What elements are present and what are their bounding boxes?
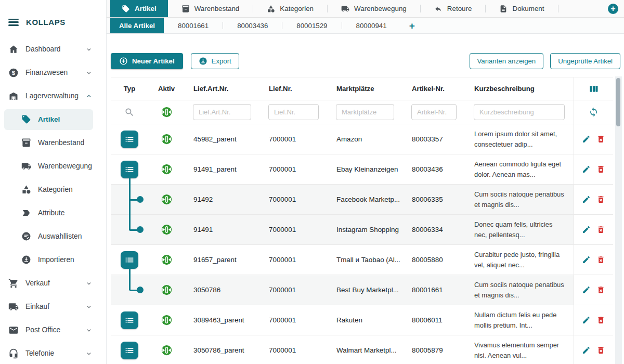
tab-warenbewegung[interactable]: Warenbewegung xyxy=(328,0,420,17)
unchecked-articles-button[interactable]: Ungeprüfte Artikel xyxy=(550,53,620,69)
filter-lief-art-nr-input[interactable] xyxy=(193,104,251,120)
add-circle-icon xyxy=(119,57,128,66)
chevron-up-icon xyxy=(85,93,93,100)
chevron-down-icon xyxy=(85,327,93,334)
edit-icon[interactable] xyxy=(582,316,591,324)
col-aktiv: Aktiv xyxy=(148,77,185,100)
truck-icon xyxy=(21,161,31,171)
active-filter-toggle-icon[interactable] xyxy=(161,107,172,118)
table-row: 91491 7000001 Instagram Shopping 8000633… xyxy=(111,215,613,245)
tab-kategorien[interactable]: Kategorien xyxy=(253,0,327,17)
delete-icon[interactable] xyxy=(596,165,605,174)
sidebar-item-importieren[interactable]: Importieren xyxy=(0,248,106,271)
active-status-icon[interactable] xyxy=(161,194,172,205)
sidebar-item-warenbestand[interactable]: Warenbestand xyxy=(0,131,106,154)
article-type-button[interactable] xyxy=(121,251,138,269)
article-type-button[interactable] xyxy=(121,161,138,178)
refresh-icon[interactable] xyxy=(589,107,599,117)
delete-icon[interactable] xyxy=(596,195,605,204)
headset-icon xyxy=(8,348,19,359)
edit-icon[interactable] xyxy=(582,135,591,144)
module-tab-bar: Artikel Warenbestand Kategorien Warenbew… xyxy=(107,0,624,18)
edit-icon[interactable] xyxy=(582,346,591,355)
edit-icon[interactable] xyxy=(582,165,591,174)
chevron-down-icon xyxy=(85,280,93,287)
active-status-icon[interactable] xyxy=(161,134,172,145)
sidebar-item-post-office[interactable]: Post Office xyxy=(0,318,106,342)
tree-node-dot xyxy=(137,196,144,203)
sidebar-item-verkauf[interactable]: Verkauf xyxy=(0,271,106,295)
sidebar-item-einkauf[interactable]: Einkauf xyxy=(0,295,106,318)
filter-marktplaetze-input[interactable] xyxy=(336,104,394,120)
subtab-80001529[interactable]: 80001529 xyxy=(282,18,341,33)
table-row: 3050786 7000001 Best Buy Marketpl... 800… xyxy=(111,275,613,305)
chevron-down-icon xyxy=(85,303,93,310)
shapes-icon xyxy=(21,185,31,194)
filter-artikel-nr-input[interactable] xyxy=(411,104,457,120)
active-status-icon[interactable] xyxy=(161,345,172,356)
tab-retoure[interactable]: Retoure xyxy=(421,0,486,17)
tab-warenbestand[interactable]: Warenbestand xyxy=(168,0,253,17)
active-status-icon[interactable] xyxy=(161,284,172,295)
list-icon xyxy=(124,134,135,145)
table-row: 3050786_parent 7000001 Walmart Marketpl.… xyxy=(111,335,613,364)
table-header-row: Typ Aktiv Lief.Art.Nr. Lief.Nr. Marktplä… xyxy=(111,77,613,100)
sidebar-item-auswahllisten[interactable]: Auswahllisten xyxy=(0,225,106,248)
sidebar-item-artikel[interactable]: Artikel xyxy=(0,108,106,131)
home-icon xyxy=(8,44,19,55)
edit-icon[interactable] xyxy=(582,255,591,264)
article-type-button[interactable] xyxy=(121,131,138,148)
sidebar-item-telefonie[interactable]: Telefonie xyxy=(0,342,106,364)
mail-icon xyxy=(8,325,19,335)
table-row: 45982_parent 7000001 Amazon 80003357 Lor… xyxy=(111,124,613,154)
sidebar-item-kategorien[interactable]: Kategorien xyxy=(0,178,106,201)
active-status-icon[interactable] xyxy=(161,315,172,326)
tab-dokument[interactable]: Dokument xyxy=(486,0,557,17)
add-tab-button[interactable]: + xyxy=(608,4,618,14)
download-circle-icon xyxy=(199,57,207,66)
show-variants-button[interactable]: Varianten anzeigen xyxy=(470,53,544,69)
tab-separator xyxy=(558,5,558,12)
delete-icon[interactable] xyxy=(596,346,605,355)
tag-icon xyxy=(21,114,31,124)
article-type-button[interactable] xyxy=(121,342,138,359)
delete-icon[interactable] xyxy=(596,255,605,264)
tree-connector xyxy=(129,215,131,230)
edit-icon[interactable] xyxy=(582,195,591,204)
active-status-icon[interactable] xyxy=(161,164,172,175)
active-status-icon[interactable] xyxy=(161,254,172,265)
table-filter-row xyxy=(111,100,613,124)
sidebar-item-finanzwesen[interactable]: Finanzwesen xyxy=(0,61,106,84)
subtab-alle-artikel[interactable]: Alle Artikel xyxy=(110,18,164,33)
sidebar-item-warenbewegung[interactable]: Warenbewegung xyxy=(0,154,106,178)
tab-artikel[interactable]: Artikel xyxy=(110,0,168,17)
delete-icon[interactable] xyxy=(596,285,605,294)
subtab-80003436[interactable]: 80003436 xyxy=(223,18,282,33)
sidebar-item-lagerverwaltung[interactable]: Lagerverwaltung xyxy=(0,84,106,108)
tree-connector xyxy=(129,275,131,290)
label-arrow-icon xyxy=(21,208,31,218)
edit-icon[interactable] xyxy=(582,285,591,294)
table-scrollbar-thumb[interactable] xyxy=(616,78,620,126)
columns-icon[interactable] xyxy=(589,84,599,94)
new-article-button[interactable]: Neuer Artikel xyxy=(111,53,183,69)
export-button[interactable]: Export xyxy=(191,53,239,69)
filter-lief-nr-input[interactable] xyxy=(268,104,319,120)
menu-icon[interactable] xyxy=(8,19,19,26)
delete-icon[interactable] xyxy=(596,225,605,234)
edit-icon[interactable] xyxy=(582,225,591,234)
delete-icon[interactable] xyxy=(596,316,605,324)
article-type-button[interactable] xyxy=(121,311,138,329)
filter-kurzbeschreibung-input[interactable] xyxy=(474,104,565,120)
add-article-tab-button[interactable]: + xyxy=(401,21,423,31)
active-status-icon[interactable] xyxy=(161,224,172,235)
delete-icon[interactable] xyxy=(596,135,605,144)
sidebar: KOLLAPS Dashboard Finanzwesen Lagerverwa… xyxy=(0,0,107,364)
dollar-icon xyxy=(8,68,19,78)
sidebar-item-attribute[interactable]: Attribute xyxy=(0,201,106,225)
subtab-80001661[interactable]: 80001661 xyxy=(164,18,223,33)
subtab-80000941[interactable]: 80000941 xyxy=(342,18,401,33)
search-icon xyxy=(124,107,135,118)
list-check-circle-icon xyxy=(21,231,31,241)
sidebar-item-dashboard[interactable]: Dashboard xyxy=(0,37,106,61)
